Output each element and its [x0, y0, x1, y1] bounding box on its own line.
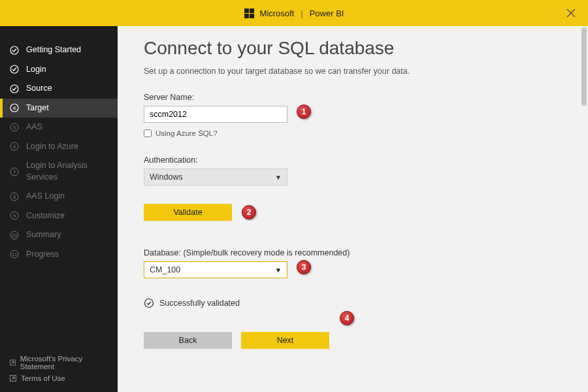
nav-buttons-row: Back Next 4 — [144, 332, 562, 349]
sidebar-step-login-to-analysis-services[interactable]: 7Login to Analysis Services — [0, 156, 118, 187]
sidebar-step-login[interactable]: Login — [0, 60, 118, 80]
sidebar-step-aas-login[interactable]: 8AAS Login — [0, 187, 118, 206]
sidebar-step-label: AAS Login — [26, 191, 65, 203]
validation-status-text: Successfully validated — [159, 299, 240, 308]
callout-badge-2: 2 — [242, 205, 256, 220]
sidebar-step-label: Source — [26, 83, 52, 95]
svg-text:9: 9 — [13, 213, 16, 219]
step-number-icon: 8 — [9, 191, 20, 202]
step-number-icon: 7 — [9, 167, 20, 177]
step-number-icon: 4 — [9, 103, 20, 113]
sidebar-step-aas[interactable]: 5AAS — [0, 118, 118, 137]
step-number-icon: 9 — [9, 210, 20, 221]
validation-status: Successfully validated — [144, 298, 562, 308]
check-circle-icon — [144, 298, 154, 308]
sidebar-step-label: Login — [26, 64, 46, 76]
database-row: Database: (Simple/bulk recovery mode is … — [144, 248, 562, 278]
server-name-row: Server Name: 1 Using Azure SQL? — [144, 93, 562, 137]
authentication-select[interactable]: Windows ▼ — [144, 169, 287, 186]
page-title: Connect to your SQL database — [144, 38, 562, 59]
steps-list: Getting StartedLoginSource4Target5AAS6Lo… — [0, 26, 118, 346]
step-number-icon: 11 — [9, 249, 20, 259]
sidebar-step-getting-started[interactable]: Getting Started — [0, 41, 118, 60]
chevron-down-icon: ▼ — [275, 267, 282, 274]
sidebar-step-label: Summary — [26, 229, 61, 241]
close-icon — [566, 8, 576, 18]
sidebar-step-label: Progress — [26, 249, 59, 261]
authentication-label: Authentication: — [144, 155, 562, 165]
terms-link-label: Terms of Use — [21, 374, 65, 382]
svg-text:8: 8 — [13, 194, 16, 200]
sidebar: Getting StartedLoginSource4Target5AAS6Lo… — [0, 26, 118, 392]
sidebar-step-login-to-azure[interactable]: 6Login to Azure — [0, 137, 118, 157]
database-select[interactable]: CM_100 ▼ — [144, 261, 287, 278]
brand-divider: | — [301, 8, 302, 18]
azure-sql-checkbox-row: Using Azure SQL? — [144, 129, 562, 137]
svg-text:5: 5 — [13, 125, 16, 131]
authentication-value: Windows — [150, 172, 183, 182]
sidebar-step-label: Customize — [26, 210, 65, 222]
sidebar-step-label: Target — [26, 103, 49, 114]
validate-row: Validate 2 — [144, 204, 562, 221]
sidebar-step-customize[interactable]: 9Customize — [0, 206, 118, 226]
terms-link[interactable]: Terms of Use — [9, 372, 108, 384]
validate-button[interactable]: Validate — [144, 204, 232, 221]
page-subtitle: Set up a connection to your target datab… — [144, 67, 562, 76]
svg-text:7: 7 — [13, 169, 16, 175]
svg-text:11: 11 — [12, 252, 17, 257]
check-circle-icon — [9, 84, 20, 94]
svg-text:10: 10 — [12, 233, 17, 238]
svg-text:4: 4 — [13, 105, 16, 111]
svg-text:6: 6 — [13, 144, 16, 150]
link-icon — [9, 374, 17, 382]
main-content: Connect to your SQL database Set up a co… — [118, 26, 588, 392]
azure-sql-checkbox[interactable] — [144, 129, 152, 137]
server-name-input[interactable] — [144, 106, 287, 123]
sidebar-step-progress[interactable]: 11Progress — [0, 245, 118, 265]
brand-ms-label: Microsoft — [260, 8, 295, 18]
close-button[interactable] — [563, 5, 579, 21]
sidebar-footer: Microsoft's Privacy Statement Terms of U… — [0, 346, 118, 392]
callout-badge-3: 3 — [297, 260, 311, 274]
step-number-icon: 10 — [9, 230, 20, 240]
scrollbar-thumb[interactable] — [581, 27, 587, 106]
check-circle-icon — [9, 64, 20, 74]
sidebar-step-source[interactable]: Source — [0, 79, 118, 99]
main-scroll-region[interactable]: Connect to your SQL database Set up a co… — [118, 26, 588, 392]
callout-badge-4: 4 — [340, 311, 354, 325]
privacy-link[interactable]: Microsoft's Privacy Statement — [9, 353, 108, 372]
sidebar-step-summary[interactable]: 10Summary — [0, 225, 118, 245]
next-button[interactable]: Next — [241, 332, 329, 349]
step-number-icon: 6 — [9, 141, 20, 152]
sidebar-step-target[interactable]: 4Target — [0, 99, 118, 118]
callout-badge-1: 1 — [297, 105, 311, 119]
sidebar-step-label: AAS — [26, 122, 42, 133]
brand-area: Microsoft | Power BI — [244, 8, 344, 18]
database-value: CM_100 — [150, 265, 180, 274]
sidebar-step-label: Login to Analysis Services — [26, 160, 108, 183]
server-name-label: Server Name: — [144, 93, 562, 102]
chevron-down-icon: ▼ — [275, 174, 282, 181]
azure-sql-checkbox-label: Using Azure SQL? — [155, 129, 218, 137]
step-number-icon: 5 — [9, 122, 20, 133]
sidebar-step-label: Login to Azure — [26, 141, 78, 153]
privacy-link-label: Microsoft's Privacy Statement — [20, 355, 108, 370]
authentication-row: Authentication: Windows ▼ — [144, 155, 562, 186]
database-label: Database: (Simple/bulk recovery mode is … — [144, 248, 562, 257]
brand-product-label: Power BI — [310, 8, 344, 18]
top-bar: Microsoft | Power BI — [0, 0, 588, 26]
check-circle-icon — [9, 45, 20, 56]
sidebar-step-label: Getting Started — [26, 44, 81, 56]
microsoft-logo-icon — [244, 8, 255, 18]
back-button[interactable]: Back — [144, 332, 232, 349]
link-icon — [9, 359, 16, 367]
